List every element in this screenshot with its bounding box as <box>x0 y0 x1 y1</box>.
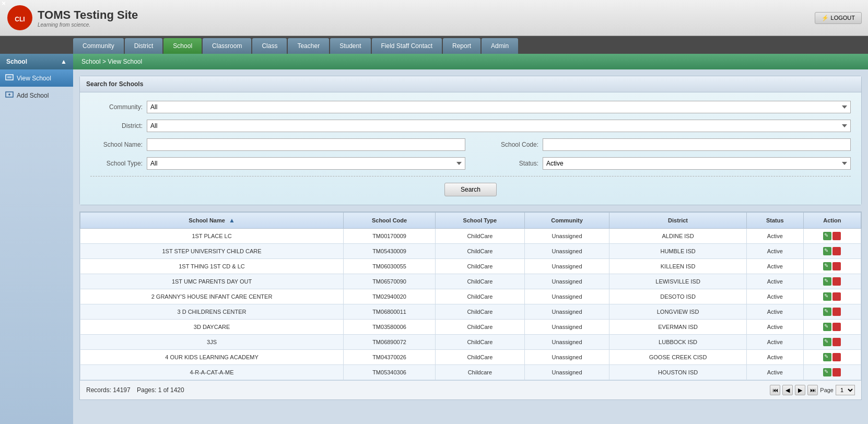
logout-button[interactable]: ⚡ LOGOUT <box>815 12 862 24</box>
cell-school-name: 1ST STEP UNIVERSITY CHILD CARE <box>80 244 344 259</box>
edit-icon[interactable] <box>823 262 831 270</box>
nav-tab-admin[interactable]: Admin <box>482 38 518 54</box>
delete-icon[interactable] <box>832 232 841 240</box>
cell-status: Active <box>746 244 803 259</box>
col-school-type[interactable]: School Type <box>436 213 525 229</box>
col-community[interactable]: Community <box>524 213 609 229</box>
school-code-input[interactable] <box>543 138 851 151</box>
delete-icon[interactable] <box>832 353 841 361</box>
nav-tab-teacher[interactable]: Teacher <box>288 38 329 54</box>
sidebar-item-view-school[interactable]: View School <box>0 69 73 87</box>
navbar: Community District School Classroom Clas… <box>0 36 868 54</box>
school-name-input[interactable] <box>147 138 465 151</box>
records-info: Records: 14197 Pages: 1 of 1420 <box>86 386 184 394</box>
table-row: 1ST PLACE LC TM00170009 ChildCare Unassi… <box>80 229 861 244</box>
first-page-button[interactable]: ⏮ <box>770 385 780 395</box>
cell-school-code: TM03580006 <box>344 320 436 335</box>
search-button[interactable]: Search <box>444 183 497 196</box>
cell-action <box>803 259 861 274</box>
edit-icon[interactable] <box>823 247 831 255</box>
delete-icon[interactable] <box>832 262 841 270</box>
delete-icon[interactable] <box>832 277 841 286</box>
delete-icon[interactable] <box>832 292 841 301</box>
col-school-name[interactable]: School Name ▲ <box>80 213 344 229</box>
cell-community: Unassigned <box>524 335 609 350</box>
col-district[interactable]: District <box>609 213 747 229</box>
cell-school-code: TM06890072 <box>344 335 436 350</box>
cell-school-name: 1ST THING 1ST CD & LC <box>80 259 344 274</box>
cell-community: Unassigned <box>524 274 609 289</box>
status-select[interactable]: Active Inactive <box>543 157 851 170</box>
last-page-button[interactable]: ⏭ <box>807 385 818 395</box>
page-select[interactable]: 1 <box>836 385 855 395</box>
nav-tab-student[interactable]: Student <box>330 38 370 54</box>
search-panel: Search for Schools Community: All Distri… <box>79 76 862 205</box>
sidebar-add-school-label: Add School <box>17 92 49 99</box>
community-label: Community: <box>90 103 143 111</box>
cell-district: GOOSE CREEK CISD <box>609 350 747 365</box>
edit-icon[interactable] <box>823 338 831 346</box>
nav-tab-classroom[interactable]: Classroom <box>203 38 251 54</box>
cell-action <box>803 229 861 244</box>
cell-status: Active <box>746 365 803 380</box>
edit-icon[interactable] <box>823 368 831 376</box>
edit-icon[interactable] <box>823 232 831 240</box>
nav-tab-field-staff[interactable]: Field Staff Contact <box>372 38 442 54</box>
action-icons <box>809 308 855 316</box>
school-type-select[interactable]: All <box>147 157 465 170</box>
cell-school-type: ChildCare <box>436 289 525 304</box>
pagination: ⏮ ◀ ▶ ⏭ Page 1 <box>770 385 855 395</box>
community-select[interactable]: All <box>147 101 851 113</box>
table-row: 4-R-A-CAT-A-ME TM05340306 Childcare Unas… <box>80 365 861 380</box>
nav-tab-district[interactable]: District <box>125 38 163 54</box>
cell-school-type: ChildCare <box>436 229 525 244</box>
edit-icon[interactable] <box>823 277 831 286</box>
page-label: Page <box>820 387 834 393</box>
district-select[interactable]: All <box>147 120 851 132</box>
cell-status: Active <box>746 320 803 335</box>
edit-icon[interactable] <box>823 292 831 301</box>
cell-district: KILLEEN ISD <box>609 259 747 274</box>
cell-school-code: TM06030055 <box>344 259 436 274</box>
table-row: 1ST STEP UNIVERSITY CHILD CARE TM0543000… <box>80 244 861 259</box>
community-row: Community: All <box>90 101 851 113</box>
delete-icon[interactable] <box>832 338 841 346</box>
edit-icon[interactable] <box>823 308 831 316</box>
nav-tab-class[interactable]: Class <box>252 38 287 54</box>
delete-icon[interactable] <box>832 247 841 255</box>
cell-district: LUBBOCK ISD <box>609 335 747 350</box>
cell-school-code: TM06800011 <box>344 304 436 320</box>
col-status[interactable]: Status <box>746 213 803 229</box>
cell-community: Unassigned <box>524 244 609 259</box>
action-icons <box>809 232 855 240</box>
district-label: District: <box>90 122 143 129</box>
table-row: 3JS TM06890072 ChildCare Unassigned LUBB… <box>80 335 861 350</box>
cell-status: Active <box>746 259 803 274</box>
pages-info: Pages: 1 of 1420 <box>137 386 184 394</box>
action-icons <box>809 338 855 346</box>
school-name-code-row: School Name: School Code: <box>90 138 851 151</box>
cell-school-code: TM00170009 <box>344 229 436 244</box>
delete-icon[interactable] <box>832 368 841 376</box>
edit-icon[interactable] <box>823 323 831 331</box>
prev-page-button[interactable]: ◀ <box>782 385 793 395</box>
action-icons <box>809 292 855 301</box>
nav-tab-report[interactable]: Report <box>443 38 480 54</box>
delete-icon[interactable] <box>832 308 841 316</box>
cell-action <box>803 335 861 350</box>
sidebar-item-add-school[interactable]: Add School <box>0 87 73 104</box>
sidebar-collapse-icon[interactable]: ▲ <box>61 58 67 65</box>
col-school-code[interactable]: School Code <box>344 213 436 229</box>
cell-district: HUMBLE ISD <box>609 244 747 259</box>
cell-school-code: TM04370026 <box>344 350 436 365</box>
school-code-label: School Code: <box>476 141 538 148</box>
nav-tab-school[interactable]: School <box>163 38 202 54</box>
delete-icon[interactable] <box>832 323 841 331</box>
edit-icon[interactable] <box>823 353 831 361</box>
results-panel: School Name ▲ School Code School Type Co… <box>79 211 862 400</box>
cell-school-type: Childcare <box>436 365 525 380</box>
next-page-button[interactable]: ▶ <box>795 385 805 395</box>
cell-school-type: ChildCare <box>436 304 525 320</box>
add-school-icon <box>5 90 14 100</box>
nav-tab-community[interactable]: Community <box>73 38 124 54</box>
